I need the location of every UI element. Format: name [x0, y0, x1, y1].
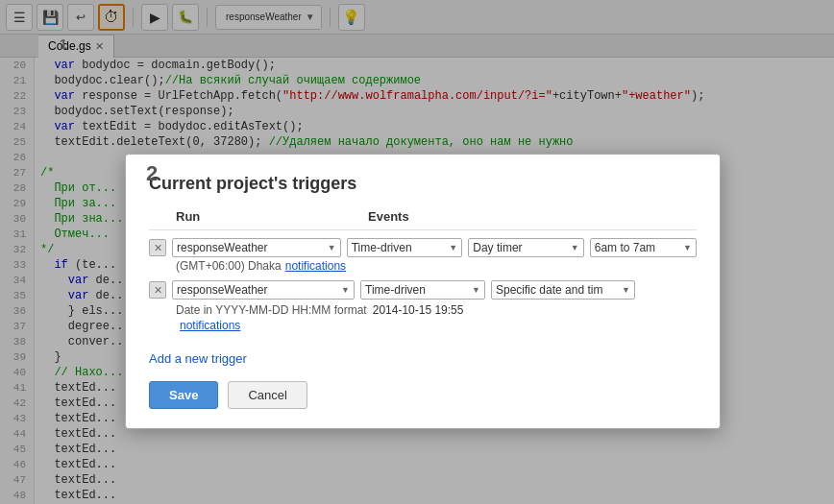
trigger-1-time-select[interactable]: 6am to 7am ▼	[590, 238, 697, 257]
date-format-label: Date in YYYY-MM-DD HH:MM format	[176, 303, 367, 317]
modal-buttons: Save Cancel	[149, 381, 697, 409]
trigger-row-1: ✕ responseWeather ▼ Time-driven ▼ Day ti…	[149, 238, 697, 273]
trigger-row-2-main: ✕ responseWeather ▼ Time-driven ▼ Specif…	[149, 280, 697, 300]
modal-title: Current project's triggers	[149, 174, 697, 194]
annotation-2: 2	[146, 161, 158, 186]
trigger-1-remove-button[interactable]: ✕	[149, 239, 166, 256]
add-trigger-link[interactable]: Add a new trigger	[149, 351, 247, 366]
trigger-1-sub-value: Day timer	[473, 241, 522, 254]
trigger-1-type-select[interactable]: Time-driven ▼	[347, 238, 462, 257]
trigger-1-run-arrow: ▼	[328, 243, 336, 252]
trigger-1-run-select[interactable]: responseWeather ▼	[172, 238, 341, 257]
save-button[interactable]: Save	[149, 381, 218, 409]
annotation-1: 1	[60, 36, 67, 52]
run-column-header: Run	[176, 209, 368, 224]
trigger-2-sub-select[interactable]: Specific date and tim ▼	[491, 280, 635, 300]
events-column-header: Events	[368, 209, 409, 224]
trigger-2-remove-button[interactable]: ✕	[149, 281, 166, 299]
trigger-1-timezone: (GMT+06:00) Dhaka	[176, 259, 282, 273]
trigger-2-type-arrow: ▼	[472, 285, 480, 295]
trigger-2-run-value: responseWeather	[177, 283, 268, 297]
trigger-2-sub-value: Specific date and tim	[496, 283, 602, 297]
trigger-2-sub-arrow: ▼	[622, 285, 630, 295]
cancel-button[interactable]: Cancel	[228, 381, 307, 409]
trigger-1-type-arrow: ▼	[449, 243, 457, 252]
trigger-1-sub-info: (GMT+06:00) Dhaka notifications	[149, 259, 697, 273]
trigger-1-sub-arrow: ▼	[571, 243, 579, 252]
trigger-1-run-value: responseWeather	[177, 241, 268, 254]
trigger-1-time-arrow: ▼	[683, 243, 692, 252]
trigger-1-notifications-link[interactable]: notifications	[285, 259, 346, 273]
trigger-row-1-main: ✕ responseWeather ▼ Time-driven ▼ Day ti…	[149, 238, 697, 257]
trigger-1-time-value: 6am to 7am	[595, 241, 655, 254]
trigger-1-type-value: Time-driven	[352, 241, 412, 254]
trigger-2-notifications-link[interactable]: notifications	[180, 319, 240, 332]
trigger-2-sub-info: notifications	[149, 319, 697, 332]
trigger-2-type-value: Time-driven	[365, 283, 426, 297]
trigger-table-header: Run Events	[149, 209, 697, 230]
date-format-value: 2014-10-15 19:55	[373, 303, 464, 317]
trigger-2-run-select[interactable]: responseWeather ▼	[172, 280, 355, 300]
trigger-2-run-arrow: ▼	[341, 285, 350, 295]
triggers-modal: Current project's triggers Run Events ✕ …	[125, 154, 721, 429]
trigger-1-sub-select[interactable]: Day timer ▼	[468, 238, 583, 257]
trigger-2-date-row: Date in YYYY-MM-DD HH:MM format 2014-10-…	[149, 303, 697, 317]
trigger-row-2: ✕ responseWeather ▼ Time-driven ▼ Specif…	[149, 280, 697, 332]
trigger-2-type-select[interactable]: Time-driven ▼	[360, 280, 485, 300]
